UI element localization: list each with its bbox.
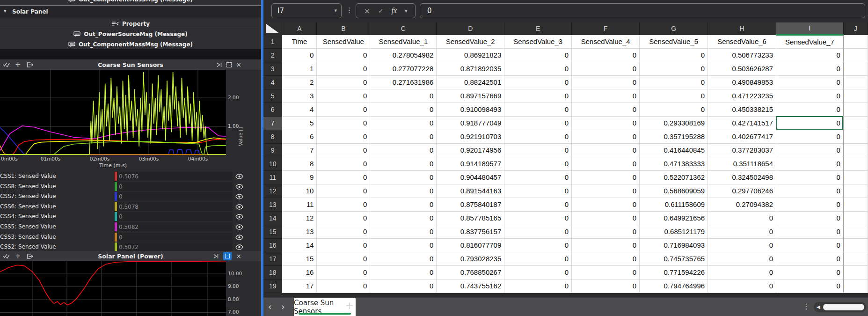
row-header-8[interactable]: 8 (263, 130, 282, 143)
cell-I9[interactable]: 0 (776, 143, 844, 157)
cell-F4[interactable]: 0 (572, 75, 640, 89)
cell-H8[interactable]: 0.402677417 (708, 130, 776, 143)
column-header-E[interactable]: E (504, 22, 572, 35)
cell-I5[interactable]: 0 (776, 89, 844, 103)
cell-E3[interactable]: 0 (504, 62, 572, 75)
formula-bar-menu-icon[interactable]: ⋮ (346, 6, 353, 15)
cell-F3[interactable]: 0 (572, 62, 640, 75)
cell-D5[interactable]: 0.897157669 (437, 89, 504, 103)
cell-F2[interactable]: 0 (572, 48, 640, 62)
scrollbar-thumb[interactable] (823, 304, 864, 310)
cell-H13[interactable]: 0.27094382 (708, 198, 776, 211)
cell-B2[interactable]: 0 (317, 48, 370, 62)
skip-end-icon[interactable] (216, 62, 222, 68)
cell-B9[interactable]: 0 (317, 143, 370, 157)
cell-H17[interactable]: 0 (708, 252, 776, 265)
cell-D7[interactable]: 0.918777049 (437, 116, 504, 130)
list-item-property[interactable]: Property (0, 19, 261, 29)
cell-A18[interactable]: 16 (282, 265, 317, 279)
cell-E1[interactable]: SensedValue_3 (504, 35, 572, 48)
cell-D2[interactable]: 0.86921823 (437, 48, 504, 62)
cell-D12[interactable]: 0.891544163 (437, 184, 504, 198)
cell-C11[interactable]: 0 (370, 170, 437, 184)
column-header-F[interactable]: F (572, 22, 640, 35)
cell-D18[interactable]: 0.768850267 (437, 265, 504, 279)
cell-G19[interactable]: 0.794764996 (640, 279, 708, 293)
cell-G12[interactable]: 0.568609059 (640, 184, 708, 198)
cell-I17[interactable]: 0 (776, 252, 844, 265)
row-header-16[interactable]: 16 (263, 238, 282, 252)
cell-E4[interactable]: 0 (504, 75, 572, 89)
cell-D15[interactable]: 0.837756157 (437, 225, 504, 238)
cancel-icon[interactable]: × (364, 7, 370, 15)
function-icon[interactable]: fx (391, 7, 397, 15)
cell-J12[interactable] (843, 184, 868, 198)
cell-J1[interactable] (843, 35, 868, 48)
legend-value-field[interactable]: 0 (115, 182, 233, 191)
cell-C16[interactable]: 0 (370, 238, 437, 252)
cell-F8[interactable]: 0 (572, 130, 640, 143)
cell-D4[interactable]: 0.88242501 (437, 75, 504, 89)
cell-C15[interactable]: 0 (370, 225, 437, 238)
cell-C19[interactable]: 0 (370, 279, 437, 293)
cell-B6[interactable]: 0 (317, 103, 370, 116)
legend-value-field[interactable]: 0.5078 (115, 202, 233, 211)
cell-I8[interactable]: 0 (776, 130, 844, 143)
row-header-3[interactable]: 3 (263, 62, 282, 75)
prev-sheet-button[interactable]: ‹ (268, 301, 272, 312)
row-header-7[interactable]: 7 (263, 116, 282, 130)
cell-B14[interactable]: 0 (317, 211, 370, 225)
cell-F15[interactable]: 0 (572, 225, 640, 238)
column-header-G[interactable]: G (640, 22, 708, 35)
cell-I7[interactable]: 0 (776, 116, 844, 130)
cell-B7[interactable]: 0 (317, 116, 370, 130)
cell-I3[interactable]: 0 (776, 62, 844, 75)
eye-icon[interactable] (235, 173, 243, 179)
fullscreen-icon[interactable] (226, 62, 232, 67)
close-icon[interactable]: × (236, 61, 241, 68)
cell-A8[interactable]: 6 (282, 130, 317, 143)
accept-icon[interactable]: ✓ (378, 7, 383, 15)
cell-B11[interactable]: 0 (317, 170, 370, 184)
cell-I4[interactable]: 0 (776, 75, 844, 89)
cell-E11[interactable]: 0 (504, 170, 572, 184)
cell-B4[interactable]: 0 (317, 75, 370, 89)
cell-F17[interactable]: 0 (572, 252, 640, 265)
cell-G2[interactable]: 0 (640, 48, 708, 62)
cell-F5[interactable]: 0 (572, 89, 640, 103)
cell-C9[interactable]: 0 (370, 143, 437, 157)
cell-E14[interactable]: 0 (504, 211, 572, 225)
cell-B5[interactable]: 0 (317, 89, 370, 103)
legend-value-field[interactable]: 0.5076 (115, 172, 233, 181)
cell-G8[interactable]: 0.357195288 (640, 130, 708, 143)
cell-B15[interactable]: 0 (317, 225, 370, 238)
cell-A1[interactable]: Time (282, 35, 317, 48)
cell-I18[interactable]: 0 (776, 265, 844, 279)
row-header-17[interactable]: 17 (263, 252, 282, 265)
cell-B18[interactable]: 0 (317, 265, 370, 279)
cell-J13[interactable] (843, 198, 868, 211)
cell-J15[interactable] (843, 225, 868, 238)
cell-B3[interactable]: 0 (317, 62, 370, 75)
column-header-B[interactable]: B (317, 22, 370, 35)
cell-B8[interactable]: 0 (317, 130, 370, 143)
cell-C5[interactable]: 0 (370, 89, 437, 103)
cell-C17[interactable]: 0 (370, 252, 437, 265)
eye-icon[interactable] (235, 243, 243, 250)
cell-J10[interactable] (843, 157, 868, 170)
cell-C4[interactable]: 0.271631986 (370, 75, 437, 89)
name-box[interactable]: I7 ▾ (271, 3, 342, 18)
cell-A13[interactable]: 11 (282, 198, 317, 211)
cell-A9[interactable]: 7 (282, 143, 317, 157)
cell-J9[interactable] (843, 143, 868, 157)
add-sheet-button[interactable]: + (345, 300, 354, 311)
close-icon[interactable]: × (236, 253, 241, 259)
row-header-6[interactable]: 6 (263, 103, 282, 116)
cell-H9[interactable]: 0.377283037 (708, 143, 776, 157)
cell-D10[interactable]: 0.914189577 (437, 157, 504, 170)
row-header-5[interactable]: 5 (263, 89, 282, 103)
list-item-clipped[interactable]: Out_ComponentMassMsg (Message) (0, 0, 261, 5)
cell-B13[interactable]: 0 (317, 198, 370, 211)
cell-J19[interactable] (843, 279, 868, 293)
fullscreen-icon-active[interactable] (223, 252, 232, 260)
